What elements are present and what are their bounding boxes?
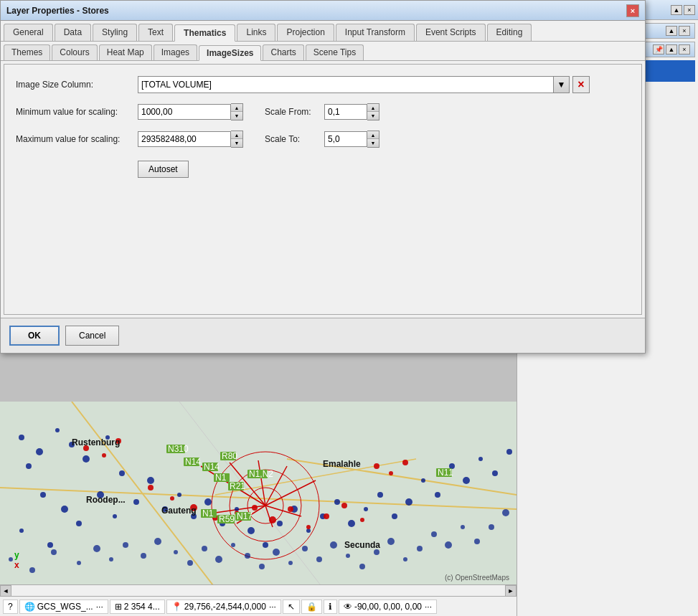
svg-point-107 bbox=[154, 538, 161, 545]
scale-from-input[interactable] bbox=[324, 104, 367, 120]
svg-point-62 bbox=[148, 485, 154, 491]
svg-text:N17: N17 bbox=[237, 511, 253, 521]
svg-point-105 bbox=[123, 542, 128, 548]
max-scale-up-button[interactable]: ▲ bbox=[231, 131, 242, 139]
svg-point-114 bbox=[259, 564, 265, 569]
coordinates-more: ··· bbox=[269, 602, 276, 612]
coordinates-text: 29,756,-24,544,0,000 bbox=[184, 602, 266, 612]
count-status[interactable]: ⊞ 2 354 4... bbox=[110, 600, 165, 614]
map-area: N14 R80 N1 R21 N1,N2 N1 R59 N17 N11 N310… bbox=[0, 402, 517, 616]
tab-thematics[interactable]: Thematics bbox=[174, 24, 235, 42]
tab-styling[interactable]: Styling bbox=[93, 24, 137, 41]
section2-collapse-button[interactable]: ▲ bbox=[666, 44, 677, 55]
svg-point-60 bbox=[102, 453, 106, 458]
nav-icon: ↖ bbox=[288, 602, 295, 612]
section1-close-button[interactable]: × bbox=[679, 26, 690, 36]
svg-point-17 bbox=[19, 435, 24, 440]
svg-text:N14: N14 bbox=[185, 457, 201, 467]
scroll-track[interactable] bbox=[11, 585, 505, 596]
tab-general[interactable]: General bbox=[4, 24, 53, 41]
lock-status[interactable]: 🔒 bbox=[301, 600, 322, 614]
panel-close-button[interactable]: × bbox=[684, 5, 695, 15]
subtab-themes[interactable]: Themes bbox=[4, 44, 50, 60]
svg-text:N1,N2: N1,N2 bbox=[249, 469, 273, 479]
scroll-right-button[interactable]: ► bbox=[505, 585, 517, 597]
scale-from-up-button[interactable]: ▲ bbox=[367, 104, 379, 112]
svg-point-115 bbox=[273, 549, 280, 556]
help-button[interactable]: ? bbox=[3, 600, 18, 614]
crs-status[interactable]: 🌐 GCS_WGS_... ··· bbox=[19, 600, 108, 614]
tab-text[interactable]: Text bbox=[138, 24, 173, 41]
image-size-column-input[interactable] bbox=[138, 76, 554, 93]
crs-more: ··· bbox=[96, 602, 103, 612]
max-scale-spinbox-buttons: ▲ ▼ bbox=[231, 131, 243, 148]
svg-text:N1: N1 bbox=[202, 508, 214, 518]
combo-clear-button[interactable]: × bbox=[572, 76, 590, 93]
svg-point-111 bbox=[215, 556, 222, 563]
autoset-button[interactable]: Autoset bbox=[138, 161, 189, 178]
svg-line-3 bbox=[287, 459, 517, 495]
tab-data[interactable]: Data bbox=[55, 24, 91, 41]
tab-projection[interactable]: Projection bbox=[277, 24, 334, 41]
svg-point-57 bbox=[492, 470, 498, 476]
svg-point-131 bbox=[502, 509, 509, 516]
subtab-colours[interactable]: Colours bbox=[52, 44, 97, 60]
svg-text:N11: N11 bbox=[438, 468, 453, 478]
section2-close-button[interactable]: × bbox=[679, 44, 690, 55]
min-scale-input[interactable] bbox=[138, 104, 231, 120]
min-scale-up-button[interactable]: ▲ bbox=[231, 104, 242, 112]
scale-to-label: Scale To: bbox=[265, 134, 319, 144]
svg-point-25 bbox=[40, 492, 46, 498]
svg-point-128 bbox=[461, 525, 465, 529]
cancel-button[interactable]: Cancel bbox=[65, 326, 119, 346]
coordinates-status[interactable]: 📍 29,756,-24,544,0,000 ··· bbox=[166, 600, 281, 614]
tab-editing[interactable]: Editing bbox=[487, 24, 532, 41]
min-scale-label: Minimum value for scaling: bbox=[16, 107, 138, 117]
svg-text:N310: N310 bbox=[168, 444, 189, 454]
tab-links[interactable]: Links bbox=[237, 24, 275, 41]
info-status[interactable]: ℹ bbox=[324, 600, 337, 614]
section1-collapse-button[interactable]: ▲ bbox=[666, 26, 677, 36]
svg-point-101 bbox=[51, 549, 57, 555]
tab-input-transform[interactable]: Input Transform bbox=[336, 24, 415, 41]
zoom-more: ··· bbox=[425, 602, 432, 612]
subtab-scene-tips[interactable]: Scene Tips bbox=[306, 44, 364, 60]
max-scale-down-button[interactable]: ▼ bbox=[231, 139, 242, 147]
scale-to-up-button[interactable]: ▲ bbox=[367, 131, 379, 139]
question-icon: ? bbox=[8, 602, 13, 612]
scale-from-spinbox: ▲ ▼ bbox=[324, 103, 379, 120]
map-horizontal-scrollbar[interactable]: ◄ ► bbox=[0, 584, 517, 596]
svg-text:R80: R80 bbox=[222, 451, 237, 461]
scale-from-label: Scale From: bbox=[265, 107, 319, 117]
subtab-images[interactable]: Images bbox=[154, 44, 197, 60]
close-button[interactable]: × bbox=[626, 4, 639, 17]
svg-point-46 bbox=[334, 499, 340, 505]
sub-tabs: Themes Colours Heat Map Images ImageSize… bbox=[1, 42, 645, 61]
max-scale-label: Maximum value for scaling: bbox=[16, 134, 138, 144]
nav-icon-status[interactable]: ↖ bbox=[283, 600, 300, 614]
svg-point-108 bbox=[174, 550, 178, 554]
scale-to-down-button[interactable]: ▼ bbox=[367, 139, 379, 147]
subtab-image-sizes[interactable]: ImageSizes bbox=[199, 45, 261, 61]
svg-point-100 bbox=[29, 567, 35, 573]
scale-from-group: Scale From: ▲ ▼ bbox=[265, 103, 379, 120]
svg-line-0 bbox=[0, 488, 517, 509]
subtab-charts[interactable]: Charts bbox=[263, 44, 303, 60]
svg-point-76 bbox=[402, 460, 408, 465]
subtab-heat-map[interactable]: Heat Map bbox=[99, 44, 152, 60]
combo-dropdown-button[interactable]: ▼ bbox=[554, 76, 570, 93]
svg-point-126 bbox=[431, 531, 437, 537]
svg-point-40 bbox=[247, 527, 255, 534]
section2-pin-button[interactable]: 📌 bbox=[653, 44, 664, 55]
min-scale-down-button[interactable]: ▼ bbox=[231, 112, 242, 120]
scale-to-input[interactable] bbox=[324, 131, 367, 147]
tab-event-scripts[interactable]: Event Scripts bbox=[416, 24, 486, 41]
svg-point-24 bbox=[119, 470, 125, 476]
max-scale-input[interactable] bbox=[138, 131, 231, 147]
svg-point-69 bbox=[288, 506, 293, 512]
ok-button[interactable]: OK bbox=[9, 326, 60, 346]
eye-status[interactable]: 👁 -90,00, 0,00, 0,00 ··· bbox=[339, 600, 437, 614]
scroll-left-button[interactable]: ◄ bbox=[0, 585, 11, 597]
scale-from-down-button[interactable]: ▼ bbox=[367, 112, 379, 120]
panel-up-button[interactable]: ▲ bbox=[671, 5, 682, 15]
